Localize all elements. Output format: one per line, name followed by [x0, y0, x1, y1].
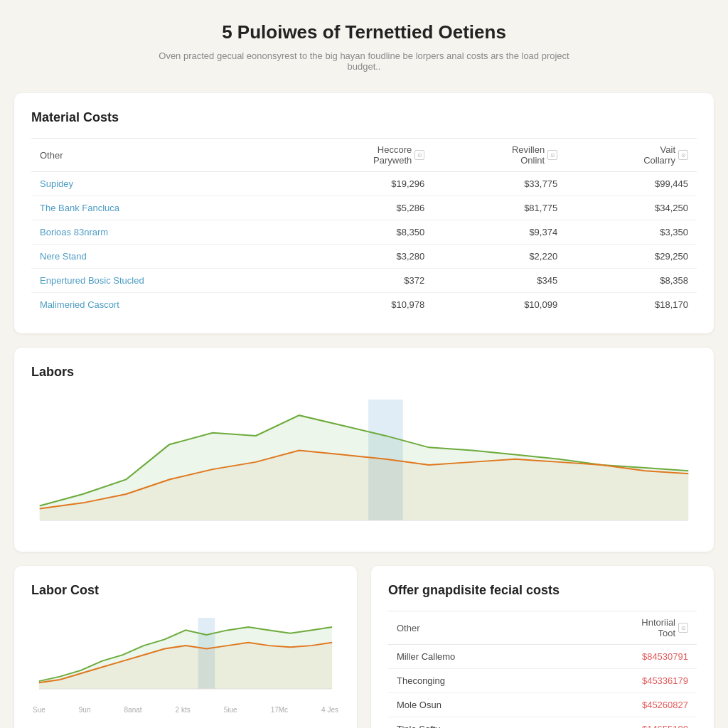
- row-col2: $9,374: [433, 220, 566, 245]
- offer-costs-card: Offer gnapdisite fecial costs Other Hnto…: [371, 566, 714, 728]
- table-row: The Bank Fancluca $5,286 $81,775 $34,250: [31, 196, 697, 220]
- list-item: Mole Osun $45260827: [388, 693, 697, 717]
- x-axis-label: 2 kts: [176, 706, 191, 714]
- offer-row-other: Mole Osun: [388, 693, 555, 717]
- x-axis-label: 8anat: [124, 706, 142, 714]
- heccore-filter-icon[interactable]: ⊙: [414, 150, 424, 160]
- row-col1: $372: [289, 269, 434, 293]
- vait-filter-icon[interactable]: ⊙: [678, 150, 688, 160]
- list-item: Theconging $45336179: [388, 669, 697, 693]
- table-row: Nere Stand $3,280 $2,220 $29,250: [31, 245, 697, 269]
- row-col3: $3,350: [566, 220, 697, 245]
- row-col2: $345: [433, 269, 566, 293]
- row-col1: $19,296: [289, 172, 434, 196]
- page-subtitle: Oven practed gecual eononsyrest to the b…: [151, 50, 577, 72]
- offer-header-row: Other HntoriialToot ⊙: [388, 611, 697, 645]
- labor-cost-title: Labor Cost: [31, 583, 340, 598]
- page-title: 5 Puloiwes of Ternettied Oetiens: [14, 21, 714, 43]
- row-other[interactable]: Borioas 83nrarm: [31, 220, 289, 245]
- labor-cost-chart: [31, 611, 340, 703]
- x-axis-label: 5iue: [224, 706, 237, 714]
- table-row: Supidey $19,296 $33,775 $99,445: [31, 172, 697, 196]
- labors-title: Labors: [31, 365, 697, 380]
- offer-row-other: Theconging: [388, 669, 555, 693]
- row-col3: $8,358: [566, 269, 697, 293]
- row-col1: $5,286: [289, 196, 434, 220]
- x-axis-label: 9un: [79, 706, 91, 714]
- material-costs-header-row: Other HeccoreParyweth ⊙ RevillenOnlint ⊙: [31, 139, 697, 172]
- list-item: Miller Callemo $84530791: [388, 645, 697, 669]
- labor-cost-card: Labor Cost Sue9un8anat2 kts5iue17Mc4 Jes: [14, 566, 357, 728]
- table-row: Borioas 83nrarm $8,350 $9,374 $3,350: [31, 220, 697, 245]
- row-other[interactable]: Enpertured Bosic Stucled: [31, 269, 289, 293]
- col-vait-header: VaitCollarry ⊙: [566, 139, 697, 172]
- row-col1: $3,280: [289, 245, 434, 269]
- table-row: Enpertured Bosic Stucled $372 $345 $8,35…: [31, 269, 697, 293]
- offer-row-value: $45260827: [555, 693, 697, 717]
- row-col3: $99,445: [566, 172, 697, 196]
- offer-row-value: $84530791: [555, 645, 697, 669]
- row-other[interactable]: Malimeried Cascort: [31, 293, 289, 317]
- list-item: Tinle Softy $14655100: [388, 717, 697, 729]
- x-axis-label: 17Mc: [271, 706, 288, 714]
- table-row: Malimeried Cascort $10,978 $10,099 $18,1…: [31, 293, 697, 317]
- offer-costs-title: Offer gnapdisite fecial costs: [388, 583, 697, 598]
- offer-row-value: $45336179: [555, 669, 697, 693]
- offer-col-other-header: Other: [388, 611, 555, 645]
- offer-col-value-header: HntoriialToot ⊙: [555, 611, 697, 645]
- col-other-header: Other: [31, 139, 289, 172]
- row-other[interactable]: The Bank Fancluca: [31, 196, 289, 220]
- row-col1: $10,978: [289, 293, 434, 317]
- labors-card: Labors: [14, 348, 714, 552]
- col-revillen-header: RevillenOnlint ⊙: [433, 139, 566, 172]
- row-col3: $29,250: [566, 245, 697, 269]
- svg-marker-6: [39, 643, 332, 689]
- x-axis-label: 4 Jes: [321, 706, 338, 714]
- revillen-filter-icon[interactable]: ⊙: [547, 150, 557, 160]
- row-col1: $8,350: [289, 220, 434, 245]
- material-costs-table: Other HeccoreParyweth ⊙ RevillenOnlint ⊙: [31, 138, 697, 316]
- offer-row-other: Miller Callemo: [388, 645, 555, 669]
- x-axis-label: Sue: [33, 706, 46, 714]
- row-col2: $2,220: [433, 245, 566, 269]
- row-col2: $81,775: [433, 196, 566, 220]
- material-costs-title: Material Costs: [31, 110, 697, 125]
- row-other[interactable]: Nere Stand: [31, 245, 289, 269]
- row-col3: $18,170: [566, 293, 697, 317]
- row-col2: $33,775: [433, 172, 566, 196]
- material-costs-card: Material Costs Other HeccoreParyweth ⊙ R…: [14, 93, 714, 333]
- labors-chart: [31, 392, 697, 535]
- offer-row-other: Tinle Softy: [388, 717, 555, 729]
- row-col2: $10,099: [433, 293, 566, 317]
- col-heccore-header: HeccoreParyweth ⊙: [289, 139, 434, 172]
- offer-costs-table: Other HntoriialToot ⊙ Miller Callemo $84…: [388, 611, 697, 728]
- offer-row-value: $14655100: [555, 717, 697, 729]
- row-other[interactable]: Supidey: [31, 172, 289, 196]
- page-header: 5 Puloiwes of Ternettied Oetiens Oven pr…: [14, 21, 714, 72]
- labor-cost-x-axis: Sue9un8anat2 kts5iue17Mc4 Jes: [31, 706, 340, 714]
- row-col3: $34,250: [566, 196, 697, 220]
- offer-filter-icon[interactable]: ⊙: [678, 623, 688, 633]
- bottom-row: Labor Cost Sue9un8anat2 kts5iue17Mc4 Jes…: [14, 566, 714, 728]
